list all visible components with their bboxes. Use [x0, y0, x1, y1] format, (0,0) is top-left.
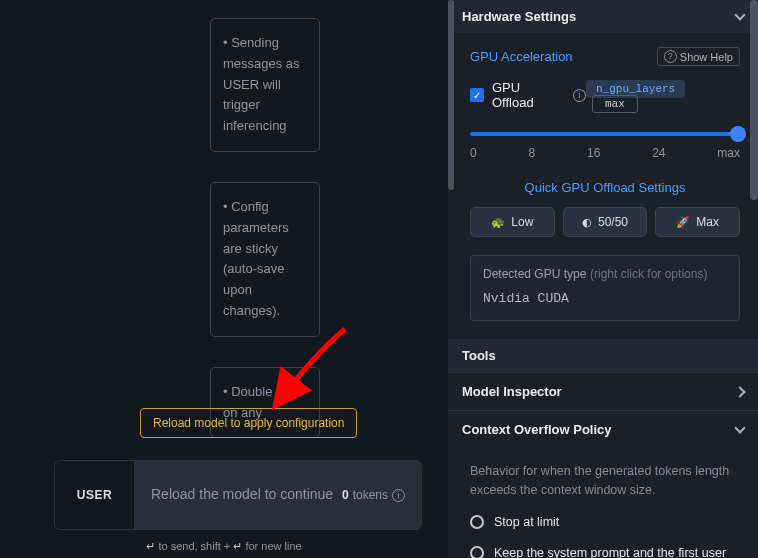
info-icon: ? [664, 50, 677, 63]
radio-icon [470, 546, 484, 558]
user-message-input[interactable]: Reload the model to continue 0 tokens i [134, 460, 422, 530]
policy-description: Behavior for when the generated tokens l… [470, 462, 740, 500]
tip-box: • Sending messages as USER will trigger … [210, 18, 320, 152]
user-role-label: USER [54, 460, 134, 530]
scrollbar[interactable] [750, 0, 758, 558]
tips-column: • Sending messages as USER will trigger … [210, 0, 320, 468]
hardware-settings-body: GPU Acceleration ? Show Help ✓ GPU Offlo… [448, 33, 758, 339]
left-pane: • Sending messages as USER will trigger … [0, 0, 448, 558]
context-overflow-header[interactable]: Context Overflow Policy [448, 410, 758, 448]
policy-option-stop[interactable]: Stop at limit [470, 514, 740, 532]
chevron-down-icon [734, 422, 745, 433]
gpu-acceleration-title: GPU Acceleration [470, 49, 573, 64]
slider-thumb[interactable] [730, 126, 746, 142]
turtle-icon: 🐢 [491, 216, 505, 229]
policy-option-truncate-middle[interactable]: Keep the system prompt and the first use… [470, 545, 740, 558]
token-count: 0 tokens i [342, 488, 405, 502]
radio-icon [470, 515, 484, 529]
user-input-row: USER Reload the model to continue 0 toke… [54, 460, 422, 530]
slider-ticks: 0 8 16 24 max [470, 146, 740, 160]
info-icon[interactable]: i [573, 89, 586, 102]
chevron-down-icon [734, 9, 745, 20]
context-overflow-body: Behavior for when the generated tokens l… [448, 448, 758, 558]
keyboard-hint: ↵ to send, shift + ↵ for new line [0, 540, 448, 553]
hardware-settings-header[interactable]: Hardware Settings [448, 0, 758, 33]
chevron-right-icon [734, 386, 745, 397]
reload-model-button[interactable]: Reload model to apply configuration [140, 408, 357, 438]
model-inspector-row[interactable]: Model Inspector [448, 372, 758, 410]
quick-low-button[interactable]: 🐢Low [470, 207, 555, 237]
gpu-offload-label: GPU Offload [492, 80, 565, 110]
detected-gpu-box[interactable]: Detected GPU type (right click for optio… [470, 255, 740, 321]
quick-5050-button[interactable]: ◐50/50 [563, 207, 648, 237]
gpu-layers-slider[interactable]: 0 8 16 24 max [470, 132, 740, 160]
tip-box: • Config parameters are sticky (auto-sav… [210, 182, 320, 337]
half-icon: ◐ [582, 216, 592, 229]
detected-gpu-value: Nvidia CUDA [483, 291, 727, 306]
info-icon[interactable]: i [392, 489, 405, 502]
tools-header: Tools [448, 339, 758, 372]
right-panel: Hardware Settings GPU Acceleration ? Sho… [448, 0, 758, 558]
max-button[interactable]: max [592, 95, 638, 113]
rocket-icon: 🚀 [676, 216, 690, 229]
show-help-button[interactable]: ? Show Help [657, 47, 740, 66]
quick-max-button[interactable]: 🚀Max [655, 207, 740, 237]
gpu-offload-checkbox[interactable]: ✓ [470, 88, 484, 102]
scrollbar[interactable] [448, 0, 454, 558]
input-placeholder: Reload the model to continue [151, 485, 333, 505]
quick-settings-title: Quick GPU Offload Settings [470, 180, 740, 195]
